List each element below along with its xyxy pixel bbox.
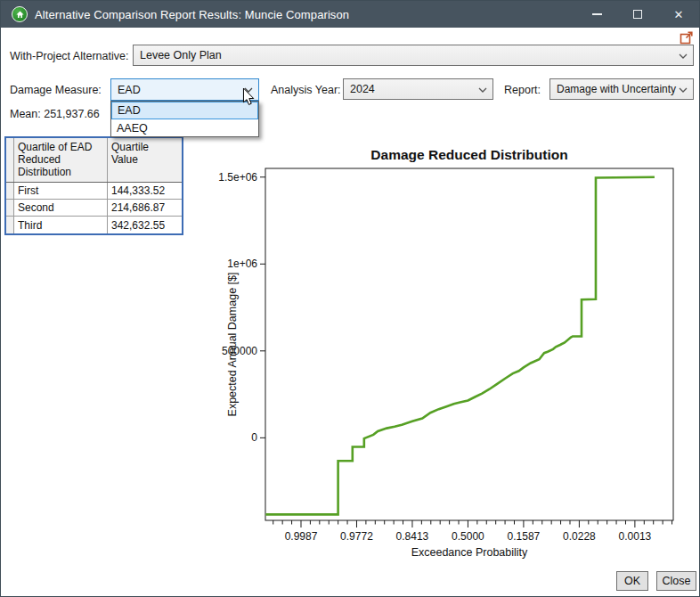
damage-measure-dropdown[interactable]: EAD (110, 78, 259, 101)
svg-text:0.5000: 0.5000 (452, 530, 484, 543)
maximize-button[interactable] (617, 1, 658, 28)
svg-text:Exceedance Probability: Exceedance Probability (411, 546, 528, 559)
dialog-window: Alternative Comparison Report Results: M… (0, 0, 700, 597)
app-icon (12, 6, 28, 22)
svg-text:Expected Annual Damage [$]: Expected Annual Damage [$] (226, 273, 239, 417)
house-icon (15, 10, 25, 20)
svg-text:0.1587: 0.1587 (508, 530, 541, 543)
minimize-icon (592, 13, 602, 14)
report-dropdown[interactable]: Damage with Uncertainty (549, 78, 694, 100)
table-header-row: Quartile of EAD Reduced Distribution Qua… (6, 138, 182, 183)
chevron-down-icon (679, 87, 688, 93)
report-label: Report: (504, 84, 541, 96)
row-gutter (6, 138, 14, 182)
table-row[interactable]: First 144,333.52 (6, 183, 182, 200)
damage-distribution-chart: Damage Reduced Distribution1.5e+061e+065… (204, 135, 700, 564)
popup-item-aaeq[interactable]: AAEQ (111, 119, 258, 136)
quartile-name: Third (14, 217, 108, 233)
quartile-name: First (14, 183, 108, 199)
col-header-value: Quartile Value (108, 138, 182, 182)
chevron-down-icon (679, 53, 688, 59)
analysis-year-label: Analysis Year: (271, 84, 341, 96)
chevron-down-icon (478, 87, 487, 93)
quartile-value: 342,632.55 (108, 217, 182, 233)
maximize-icon (633, 10, 642, 19)
analysis-year-value: 2024 (350, 83, 375, 95)
svg-text:0.8413: 0.8413 (396, 530, 429, 543)
popup-item-ead[interactable]: EAD (111, 102, 258, 119)
popout-button[interactable] (680, 30, 694, 45)
mouse-cursor-icon (242, 88, 255, 110)
quartile-value: 144,333.52 (108, 183, 182, 199)
svg-text:0.0228: 0.0228 (563, 530, 596, 543)
close-button[interactable]: Close (656, 571, 696, 591)
quartile-value: 214,686.87 (108, 200, 182, 216)
quartile-name: Second (14, 200, 108, 216)
col-header-quartile: Quartile of EAD Reduced Distribution (14, 138, 108, 182)
svg-text:0.9772: 0.9772 (340, 530, 373, 543)
with-project-label: With-Project Alternative: (10, 50, 128, 62)
title-bar: Alternative Comparison Report Results: M… (1, 1, 699, 28)
damage-measure-label: Damage Measure: (10, 84, 102, 96)
svg-text:0.9987: 0.9987 (285, 530, 318, 543)
close-window-button[interactable]: ✕ (658, 1, 699, 28)
svg-text:0.0013: 0.0013 (619, 530, 652, 543)
row-gutter (6, 217, 14, 233)
row-gutter (6, 183, 14, 199)
close-icon: ✕ (674, 8, 684, 21)
external-link-icon (680, 30, 694, 45)
svg-text:Damage Reduced Distribution: Damage Reduced Distribution (370, 147, 567, 162)
minimize-button[interactable] (576, 1, 617, 28)
damage-measure-popup: EAD AAEQ (110, 101, 259, 137)
table-row[interactable]: Third 342,632.55 (6, 217, 182, 233)
damage-measure-value: EAD (118, 84, 141, 96)
with-project-dropdown[interactable]: Levee Only Plan (133, 45, 694, 66)
row-gutter (6, 200, 14, 216)
report-value: Damage with Uncertainty (557, 83, 676, 95)
analysis-year-dropdown[interactable]: 2024 (343, 78, 493, 100)
svg-text:0: 0 (251, 431, 257, 444)
table-row[interactable]: Second 214,686.87 (6, 200, 182, 217)
with-project-value: Levee Only Plan (140, 49, 222, 61)
ok-button[interactable]: OK (616, 571, 648, 591)
svg-text:1.5e+06: 1.5e+06 (218, 171, 257, 184)
window-title: Alternative Comparison Report Results: M… (35, 8, 349, 21)
quartile-table: Quartile of EAD Reduced Distribution Qua… (4, 136, 183, 235)
mean-value-text: Mean: 251,937.66 (10, 108, 100, 120)
svg-text:1e+06: 1e+06 (227, 258, 257, 270)
